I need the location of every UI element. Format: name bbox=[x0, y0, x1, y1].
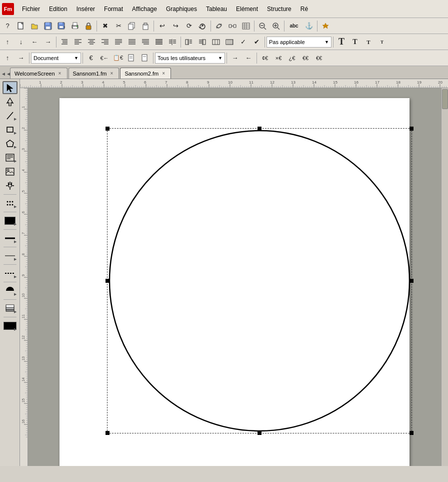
flow-right-btn[interactable]: → bbox=[228, 52, 242, 65]
lock-button[interactable] bbox=[82, 20, 95, 33]
cut-button[interactable]: ✂ bbox=[112, 20, 125, 33]
refresh2-button[interactable] bbox=[196, 20, 209, 33]
text-flow-tool[interactable]: ▶ bbox=[2, 151, 18, 164]
undo-button[interactable]: ↩ bbox=[156, 20, 168, 33]
pan-tool[interactable] bbox=[2, 179, 18, 192]
doc2-btn[interactable] bbox=[138, 52, 152, 65]
justify3-btn[interactable] bbox=[139, 36, 152, 49]
col-balance-btn[interactable] bbox=[166, 36, 179, 49]
menu-structure[interactable]: Structure bbox=[263, 4, 296, 15]
euro2-btn[interactable]: €← bbox=[98, 52, 111, 65]
line-tool[interactable]: ▶ bbox=[2, 109, 18, 122]
save-button[interactable] bbox=[42, 20, 54, 33]
new-button[interactable] bbox=[14, 20, 28, 33]
col-left-btn[interactable] bbox=[182, 36, 196, 49]
zoom-out-button[interactable] bbox=[256, 20, 269, 33]
menu-affichage[interactable]: Affichage bbox=[128, 4, 161, 15]
justify4-btn[interactable] bbox=[152, 36, 166, 49]
image-tool[interactable] bbox=[2, 165, 18, 178]
col-right-btn[interactable] bbox=[196, 36, 209, 49]
table-insert-button[interactable] bbox=[240, 20, 252, 33]
format-dropdown[interactable]: Document ▼ bbox=[31, 53, 81, 64]
dash-line-tool[interactable]: ▶ bbox=[2, 267, 18, 280]
text-small-btn[interactable]: T bbox=[362, 36, 375, 49]
close-x-button[interactable]: ✖ bbox=[98, 20, 112, 33]
vertical-scrollbar[interactable] bbox=[441, 88, 448, 466]
spellcheck-button[interactable]: abc bbox=[286, 20, 302, 33]
euro3-btn[interactable]: 📋€ bbox=[112, 52, 124, 65]
halfcircle-tool[interactable]: ▶ bbox=[2, 284, 18, 297]
text-big-btn[interactable]: T bbox=[335, 36, 348, 49]
paste-button[interactable] bbox=[139, 20, 152, 33]
swatch-tool[interactable]: ▶ bbox=[2, 319, 18, 332]
special1-btn[interactable]: ¢€ bbox=[258, 52, 272, 65]
link-button[interactable] bbox=[212, 20, 226, 33]
arrow-down-btn[interactable]: ↓ bbox=[14, 36, 28, 49]
text-med-btn[interactable]: T bbox=[348, 36, 362, 49]
justify2-btn[interactable] bbox=[126, 36, 138, 49]
special2-btn[interactable]: ×€ bbox=[272, 52, 285, 65]
arrow-up-btn[interactable]: ↑ bbox=[1, 36, 14, 49]
align-center-btn[interactable] bbox=[85, 36, 98, 49]
poly-tool[interactable]: ▶ bbox=[2, 137, 18, 150]
menu-edition[interactable]: Edition bbox=[45, 4, 72, 15]
special5-btn[interactable]: €€ bbox=[312, 52, 326, 65]
tab-scroll-arrow[interactable]: ◄◄ bbox=[1, 71, 11, 77]
menu-re[interactable]: Ré bbox=[296, 4, 312, 15]
tab-sansnom1[interactable]: Sansnom1.fm × bbox=[68, 68, 120, 79]
move-right-btn[interactable]: → bbox=[14, 52, 28, 65]
check2-btn[interactable]: ✔ bbox=[250, 36, 263, 49]
print-button[interactable] bbox=[68, 20, 82, 33]
menu-format[interactable]: Format bbox=[100, 4, 127, 15]
flow-dropdown[interactable]: Tous les utilisateurs ▼ bbox=[155, 53, 225, 64]
euro-btn[interactable]: € bbox=[84, 52, 98, 65]
arrow-tool[interactable] bbox=[2, 95, 18, 108]
redo-button[interactable]: ↪ bbox=[169, 20, 182, 33]
tab-welcome-close[interactable]: × bbox=[57, 71, 63, 77]
stroke-tool[interactable]: ▶ bbox=[2, 232, 18, 245]
select-tool[interactable] bbox=[2, 81, 18, 94]
zoom-in-button[interactable] bbox=[270, 20, 282, 33]
extra-button[interactable] bbox=[319, 20, 332, 33]
thin-line-tool[interactable]: ▶ bbox=[2, 249, 18, 262]
move-up-btn[interactable]: ↑ bbox=[1, 52, 14, 65]
doc-btn[interactable] bbox=[125, 52, 138, 65]
special4-btn[interactable]: €€ bbox=[299, 52, 312, 65]
anchor-button[interactable]: ⚓ bbox=[302, 20, 316, 33]
svg-rect-16 bbox=[128, 24, 133, 30]
page-canvas[interactable] bbox=[28, 88, 441, 466]
context-dropdown[interactable]: Pas applicable ▼ bbox=[266, 37, 332, 48]
tab-sansnom2[interactable]: Sansnom2.fm × bbox=[120, 68, 171, 79]
menu-inserer[interactable]: Insérer bbox=[72, 4, 99, 15]
text-xs-btn[interactable]: T bbox=[376, 36, 388, 49]
arrow-right-btn[interactable]: → bbox=[42, 36, 54, 49]
align-left-btn[interactable] bbox=[72, 36, 84, 49]
sep1 bbox=[96, 21, 97, 32]
refresh-button[interactable]: ⟳ bbox=[182, 20, 196, 33]
justify-btn[interactable] bbox=[112, 36, 125, 49]
layers-tool[interactable]: ▶ bbox=[2, 302, 18, 315]
tab-sansnom2-close[interactable]: × bbox=[160, 71, 166, 77]
menu-fichier[interactable]: Fichier bbox=[18, 4, 44, 15]
pattern-tool[interactable]: ▶ bbox=[2, 197, 18, 210]
align-right-btn[interactable] bbox=[98, 36, 112, 49]
help-button[interactable]: ? bbox=[1, 20, 14, 33]
tab-sansnom1-close[interactable]: × bbox=[108, 71, 114, 77]
indent-left-btn[interactable] bbox=[58, 36, 71, 49]
menu-element[interactable]: Elément bbox=[232, 4, 262, 15]
arrow-left-btn[interactable]: ← bbox=[28, 36, 41, 49]
col4-btn[interactable] bbox=[223, 36, 236, 49]
flow-left-btn[interactable]: ← bbox=[242, 52, 255, 65]
check1-btn[interactable]: ✓ bbox=[236, 36, 250, 49]
special3-btn[interactable]: ¿€ bbox=[286, 52, 298, 65]
col3-btn[interactable] bbox=[210, 36, 222, 49]
color-tool[interactable]: ▶ bbox=[2, 214, 18, 227]
chain-button[interactable] bbox=[226, 20, 239, 33]
tab-welcome[interactable]: WelcomeScreen × bbox=[10, 68, 68, 79]
save-all-button[interactable] bbox=[55, 20, 68, 33]
menu-graphiques[interactable]: Graphiques bbox=[162, 4, 201, 15]
rect-tool[interactable]: ▶ bbox=[2, 123, 18, 136]
copy-button[interactable] bbox=[126, 20, 138, 33]
open-button[interactable] bbox=[28, 20, 41, 33]
menu-tableau[interactable]: Tableau bbox=[202, 4, 231, 15]
